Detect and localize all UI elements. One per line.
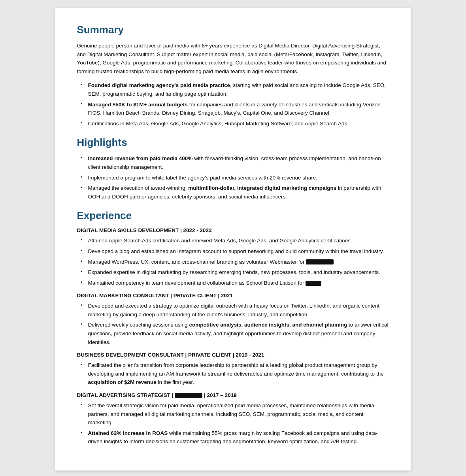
job-3-bullet-1: Facilitated the client's transition from… bbox=[81, 361, 389, 387]
job-title-3: BUSINESS DEVELOPMENT CONSULTANT | Privat… bbox=[77, 352, 389, 358]
experience-title: Experience bbox=[77, 210, 389, 222]
summary-bullets: Founded digital marketing agency's paid … bbox=[77, 81, 389, 128]
job-2-bullet-2: Delivered weekly coaching sessions using… bbox=[81, 321, 389, 346]
job-4-bullets: Set the overall strategic vision for pai… bbox=[77, 401, 389, 446]
job-title-1: DIGITAL MEDIA SKILLS DEVELOPMENT | 2022 … bbox=[77, 227, 389, 233]
job-1-bullet-5: Maintained competency in team developmen… bbox=[81, 279, 389, 287]
job-1-bullet-1: Attained Apple Search Ads certification … bbox=[81, 236, 389, 245]
job-2-bullet-1: Developed and executed a strategy to opt… bbox=[81, 302, 389, 319]
highlights-bullet-1: Increased revenue from paid media 400% w… bbox=[81, 154, 389, 171]
highlights-bullets: Increased revenue from paid media 400% w… bbox=[77, 154, 389, 201]
highlights-bullet-3: Managed the execution of award-winning, … bbox=[81, 184, 389, 201]
job-1-bullets: Attained Apple Search Ads certification … bbox=[77, 236, 389, 287]
summary-section: Summary Genuine people person and lover … bbox=[77, 24, 389, 128]
summary-intro: Genuine people person and lover of paid … bbox=[77, 42, 389, 76]
job-4-bullet-2: Attained 62% increase in ROAS while main… bbox=[81, 429, 389, 446]
job-4-bullet-1: Set the overall strategic vision for pai… bbox=[81, 401, 389, 427]
job-3-bullets: Facilitated the client's transition from… bbox=[77, 361, 389, 387]
summary-title: Summary bbox=[77, 24, 389, 36]
summary-bullet-2: Managed $50K to $1M+ annual budgets for … bbox=[81, 100, 389, 117]
highlights-title: Highlights bbox=[77, 136, 389, 149]
redacted-1 bbox=[306, 259, 334, 264]
job-1-bullet-3: Managed WordPress, UX, content, and cros… bbox=[81, 258, 389, 266]
job-1-bullet-4: Expanded expertise in digital marketing … bbox=[81, 268, 389, 277]
summary-bullet-1: Founded digital marketing agency's paid … bbox=[81, 81, 389, 98]
job-title-4: DIGITAL ADVERTISING STRATEGIST | | 2017 … bbox=[77, 392, 389, 398]
experience-section: Experience DIGITAL MEDIA SKILLS DEVELOPM… bbox=[77, 210, 389, 446]
highlights-bullet-2: Implemented a program to white label the… bbox=[81, 174, 389, 182]
job-2-bullets: Developed and executed a strategy to opt… bbox=[77, 302, 389, 346]
highlights-section: Highlights Increased revenue from paid m… bbox=[77, 136, 389, 201]
job-title-2: DIGITAL MARKETING CONSULTANT | Private C… bbox=[77, 293, 389, 298]
resume-container: Summary Genuine people person and lover … bbox=[55, 8, 411, 470]
job-1-bullet-2: Developed a blog and established an Inst… bbox=[81, 247, 389, 256]
redacted-2 bbox=[306, 281, 321, 286]
redacted-3 bbox=[175, 393, 202, 398]
summary-bullet-3: Certifications in Meta Ads, Google Ads, … bbox=[81, 119, 389, 128]
